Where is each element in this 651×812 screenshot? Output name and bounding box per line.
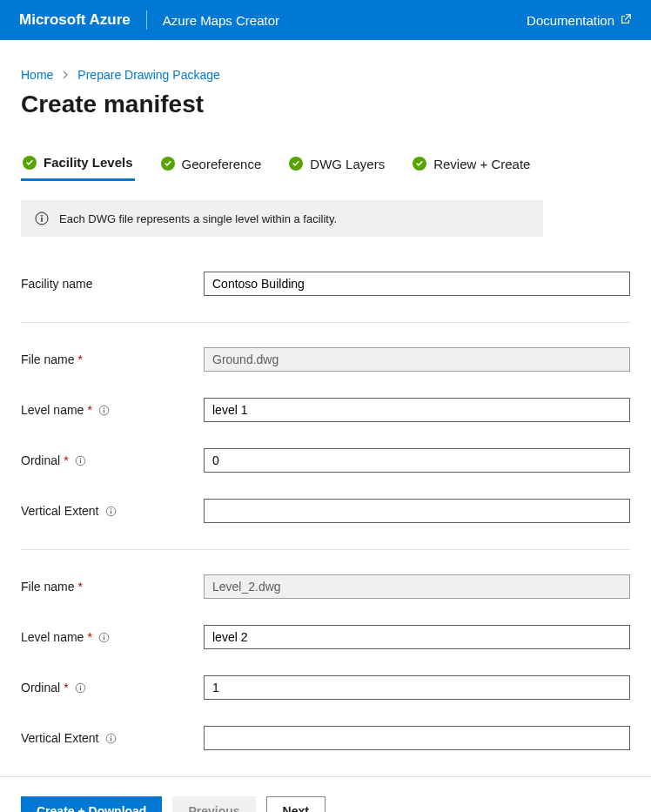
tab-dwg-layers[interactable]: DWG Layers bbox=[287, 150, 386, 181]
svg-point-1 bbox=[41, 215, 43, 217]
breadcrumb-prepare[interactable]: Prepare Drawing Package bbox=[77, 68, 219, 82]
tab-georeference[interactable]: Georeference bbox=[159, 150, 264, 181]
check-circle-icon bbox=[161, 157, 175, 171]
ordinal-row: Ordinal * bbox=[21, 675, 630, 700]
file-name-label: File name * bbox=[21, 580, 204, 594]
tab-facility-levels[interactable]: Facility Levels bbox=[21, 150, 135, 181]
svg-rect-14 bbox=[104, 636, 104, 640]
level-name-input[interactable] bbox=[204, 398, 630, 422]
info-icon[interactable] bbox=[105, 733, 117, 744]
ordinal-label: Ordinal * bbox=[21, 453, 204, 467]
vertical-extent-row: Vertical Extent bbox=[21, 726, 630, 750]
required-asterisk: * bbox=[87, 403, 91, 417]
vertical-extent-input[interactable] bbox=[204, 726, 630, 750]
level-name-label: Level name * bbox=[21, 630, 204, 644]
documentation-link[interactable]: Documentation bbox=[527, 13, 632, 28]
ordinal-input[interactable] bbox=[204, 448, 630, 473]
wizard-footer: Create + Download Previous Next bbox=[0, 776, 651, 812]
ordinal-input[interactable] bbox=[204, 675, 630, 700]
ordinal-row: Ordinal * bbox=[21, 448, 630, 473]
svg-rect-20 bbox=[110, 737, 111, 741]
vertical-extent-input[interactable] bbox=[204, 499, 630, 523]
breadcrumb-home[interactable]: Home bbox=[21, 68, 53, 82]
header-left: Microsoft Azure Azure Maps Creator bbox=[19, 10, 279, 30]
level-name-input[interactable] bbox=[204, 625, 630, 649]
vertical-extent-label: Vertical Extent bbox=[21, 731, 204, 745]
vertical-extent-row: Vertical Extent bbox=[21, 499, 630, 523]
product-name: Azure Maps Creator bbox=[163, 13, 279, 28]
create-download-button[interactable]: Create + Download bbox=[21, 796, 162, 812]
tab-label: Georeference bbox=[182, 157, 262, 171]
file-name-row: File name * bbox=[21, 574, 630, 599]
header-divider bbox=[146, 10, 147, 30]
file-name-input bbox=[204, 574, 630, 599]
svg-point-13 bbox=[104, 634, 104, 635]
breadcrumb: Home Prepare Drawing Package bbox=[21, 68, 630, 82]
tab-review-create[interactable]: Review + Create bbox=[411, 150, 532, 181]
brand-logo: Microsoft Azure bbox=[19, 11, 131, 29]
info-icon[interactable] bbox=[75, 682, 86, 694]
svg-rect-11 bbox=[110, 510, 111, 513]
required-asterisk: * bbox=[64, 453, 68, 467]
form-area: Facility name File name * Level name * O bbox=[21, 272, 630, 750]
required-asterisk: * bbox=[64, 681, 68, 695]
info-icon[interactable] bbox=[75, 455, 86, 466]
ordinal-label: Ordinal * bbox=[21, 681, 204, 695]
svg-rect-8 bbox=[80, 460, 81, 463]
chevron-right-icon bbox=[62, 68, 69, 82]
info-icon[interactable] bbox=[98, 632, 110, 643]
documentation-label: Documentation bbox=[527, 13, 614, 28]
svg-point-19 bbox=[110, 735, 111, 736]
facility-name-label: Facility name bbox=[21, 277, 204, 291]
previous-button: Previous bbox=[172, 796, 255, 812]
svg-rect-17 bbox=[80, 687, 81, 690]
tab-label: Facility Levels bbox=[44, 155, 133, 170]
tab-label: Review + Create bbox=[433, 157, 530, 171]
content-area: Home Prepare Drawing Package Create mani… bbox=[0, 40, 651, 750]
facility-name-input[interactable] bbox=[204, 272, 630, 296]
level-name-row: Level name * bbox=[21, 398, 630, 422]
check-circle-icon bbox=[413, 157, 426, 171]
page-title: Create manifest bbox=[21, 91, 630, 118]
required-asterisk: * bbox=[77, 352, 82, 366]
svg-point-4 bbox=[104, 407, 104, 408]
svg-rect-2 bbox=[41, 218, 42, 222]
section-divider bbox=[21, 549, 630, 550]
required-asterisk: * bbox=[87, 630, 91, 644]
file-name-row: File name * bbox=[21, 347, 630, 372]
svg-rect-5 bbox=[104, 409, 104, 413]
info-icon[interactable] bbox=[105, 506, 117, 517]
required-asterisk: * bbox=[77, 580, 82, 594]
external-link-icon bbox=[620, 13, 632, 28]
tab-label: DWG Layers bbox=[310, 157, 385, 171]
vertical-extent-label: Vertical Extent bbox=[21, 504, 204, 518]
info-icon bbox=[35, 211, 49, 225]
info-banner: Each DWG file represents a single level … bbox=[21, 200, 543, 237]
wizard-tabs: Facility Levels Georeference DWG Layers … bbox=[21, 150, 630, 181]
facility-name-row: Facility name bbox=[21, 272, 630, 296]
svg-point-16 bbox=[79, 685, 80, 686]
section-divider bbox=[21, 322, 630, 323]
svg-point-7 bbox=[79, 458, 80, 459]
check-circle-icon bbox=[289, 157, 303, 171]
svg-point-10 bbox=[110, 508, 111, 509]
info-icon[interactable] bbox=[98, 405, 110, 416]
level-name-label: Level name * bbox=[21, 403, 204, 417]
info-banner-text: Each DWG file represents a single level … bbox=[59, 212, 337, 225]
file-name-label: File name * bbox=[21, 352, 204, 366]
check-circle-icon bbox=[23, 156, 37, 170]
file-name-input bbox=[204, 347, 630, 372]
level-name-row: Level name * bbox=[21, 625, 630, 649]
top-header: Microsoft Azure Azure Maps Creator Docum… bbox=[0, 0, 651, 40]
next-button[interactable]: Next bbox=[266, 796, 326, 812]
